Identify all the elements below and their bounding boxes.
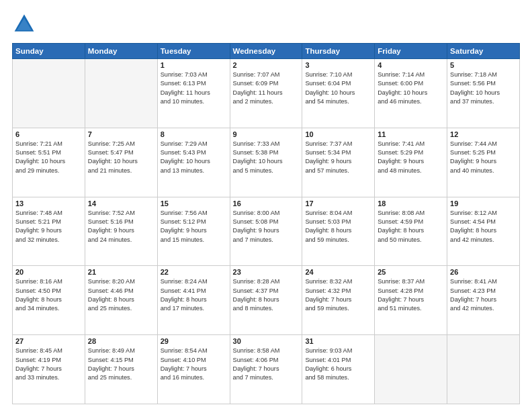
calendar-body: 1Sunrise: 7:03 AM Sunset: 6:13 PM Daylig…: [13, 59, 520, 404]
day-info: Sunrise: 7:21 AM Sunset: 5:51 PM Dayligh…: [15, 140, 82, 175]
day-header-saturday: Saturday: [447, 44, 520, 59]
day-info: Sunrise: 7:10 AM Sunset: 6:04 PM Dayligh…: [305, 71, 371, 106]
week-row-0: 1Sunrise: 7:03 AM Sunset: 6:13 PM Daylig…: [13, 59, 520, 128]
calendar-cell: 4Sunrise: 7:14 AM Sunset: 6:00 PM Daylig…: [375, 59, 447, 128]
week-row-3: 20Sunrise: 8:16 AM Sunset: 4:50 PM Dayli…: [13, 266, 520, 335]
day-info: Sunrise: 8:32 AM Sunset: 4:32 PM Dayligh…: [305, 277, 371, 313]
day-info: Sunrise: 8:00 AM Sunset: 5:08 PM Dayligh…: [233, 209, 300, 244]
day-info: Sunrise: 7:25 AM Sunset: 5:47 PM Dayligh…: [88, 140, 154, 175]
day-header-friday: Friday: [375, 44, 447, 59]
week-row-2: 13Sunrise: 7:48 AM Sunset: 5:21 PM Dayli…: [13, 197, 520, 266]
day-info: Sunrise: 7:07 AM Sunset: 6:09 PM Dayligh…: [233, 71, 300, 106]
day-info: Sunrise: 8:58 AM Sunset: 4:06 PM Dayligh…: [233, 347, 300, 382]
day-info: Sunrise: 7:29 AM Sunset: 5:43 PM Dayligh…: [161, 140, 227, 175]
day-number: 29: [161, 337, 227, 345]
calendar-cell: 26Sunrise: 8:41 AM Sunset: 4:23 PM Dayli…: [447, 266, 520, 335]
calendar-cell: 25Sunrise: 8:37 AM Sunset: 4:28 PM Dayli…: [375, 266, 447, 335]
day-info: Sunrise: 8:28 AM Sunset: 4:37 PM Dayligh…: [233, 277, 300, 313]
day-info: Sunrise: 7:44 AM Sunset: 5:25 PM Dayligh…: [450, 140, 517, 175]
day-header-monday: Monday: [85, 44, 157, 59]
day-number: 4: [378, 61, 444, 69]
calendar-cell: [13, 59, 85, 128]
week-row-4: 27Sunrise: 8:45 AM Sunset: 4:19 PM Dayli…: [13, 335, 520, 404]
day-info: Sunrise: 7:48 AM Sunset: 5:21 PM Dayligh…: [15, 209, 82, 244]
day-number: 5: [450, 61, 517, 69]
calendar-cell: 16Sunrise: 8:00 AM Sunset: 5:08 PM Dayli…: [230, 197, 302, 266]
calendar-cell: 30Sunrise: 8:58 AM Sunset: 4:06 PM Dayli…: [230, 335, 302, 404]
calendar-cell: [85, 59, 157, 128]
day-number: 17: [305, 199, 371, 208]
calendar-cell: 23Sunrise: 8:28 AM Sunset: 4:37 PM Dayli…: [230, 266, 302, 335]
day-number: 9: [233, 130, 300, 138]
day-number: 31: [305, 337, 371, 345]
calendar-cell: 6Sunrise: 7:21 AM Sunset: 5:51 PM Daylig…: [13, 128, 85, 197]
calendar-cell: 9Sunrise: 7:33 AM Sunset: 5:38 PM Daylig…: [230, 128, 302, 197]
calendar-cell: 11Sunrise: 7:41 AM Sunset: 5:29 PM Dayli…: [375, 128, 447, 197]
calendar-cell: 1Sunrise: 7:03 AM Sunset: 6:13 PM Daylig…: [157, 59, 230, 128]
calendar-cell: 24Sunrise: 8:32 AM Sunset: 4:32 PM Dayli…: [302, 266, 375, 335]
day-number: 1: [161, 61, 227, 69]
calendar-cell: 8Sunrise: 7:29 AM Sunset: 5:43 PM Daylig…: [157, 128, 230, 197]
page: SundayMondayTuesdayWednesdayThursdayFrid…: [0, 0, 532, 411]
day-number: 3: [305, 61, 371, 69]
calendar-cell: 14Sunrise: 7:52 AM Sunset: 5:16 PM Dayli…: [85, 197, 157, 266]
calendar-cell: 7Sunrise: 7:25 AM Sunset: 5:47 PM Daylig…: [85, 128, 157, 197]
day-number: 15: [161, 199, 227, 208]
day-number: 7: [88, 130, 154, 138]
calendar-cell: 28Sunrise: 8:49 AM Sunset: 4:15 PM Dayli…: [85, 335, 157, 404]
day-number: 2: [233, 61, 300, 69]
day-info: Sunrise: 8:49 AM Sunset: 4:15 PM Dayligh…: [88, 347, 154, 382]
calendar-cell: 21Sunrise: 8:20 AM Sunset: 4:46 PM Dayli…: [85, 266, 157, 335]
day-header-thursday: Thursday: [302, 44, 375, 59]
calendar-cell: 10Sunrise: 7:37 AM Sunset: 5:34 PM Dayli…: [302, 128, 375, 197]
calendar-cell: [375, 335, 447, 404]
day-number: 24: [305, 268, 371, 276]
day-header-sunday: Sunday: [13, 44, 85, 59]
day-info: Sunrise: 8:16 AM Sunset: 4:50 PM Dayligh…: [15, 277, 82, 313]
day-info: Sunrise: 8:12 AM Sunset: 4:54 PM Dayligh…: [450, 209, 517, 244]
day-info: Sunrise: 8:08 AM Sunset: 4:59 PM Dayligh…: [378, 209, 444, 244]
day-number: 6: [15, 130, 82, 138]
day-number: 13: [15, 199, 82, 208]
day-number: 12: [450, 130, 517, 138]
day-number: 18: [378, 199, 444, 208]
day-info: Sunrise: 8:20 AM Sunset: 4:46 PM Dayligh…: [88, 277, 154, 313]
calendar-cell: 18Sunrise: 8:08 AM Sunset: 4:59 PM Dayli…: [375, 197, 447, 266]
header: [12, 12, 520, 36]
calendar-table: SundayMondayTuesdayWednesdayThursdayFrid…: [12, 43, 520, 404]
day-number: 8: [161, 130, 227, 138]
day-info: Sunrise: 9:03 AM Sunset: 4:01 PM Dayligh…: [305, 347, 371, 382]
day-number: 20: [15, 268, 82, 276]
day-info: Sunrise: 8:41 AM Sunset: 4:23 PM Dayligh…: [450, 277, 517, 313]
day-info: Sunrise: 8:54 AM Sunset: 4:10 PM Dayligh…: [161, 347, 227, 382]
logo: [12, 12, 40, 36]
day-number: 19: [450, 199, 517, 208]
calendar-cell: 3Sunrise: 7:10 AM Sunset: 6:04 PM Daylig…: [302, 59, 375, 128]
calendar-cell: 15Sunrise: 7:56 AM Sunset: 5:12 PM Dayli…: [157, 197, 230, 266]
day-info: Sunrise: 7:03 AM Sunset: 6:13 PM Dayligh…: [161, 71, 227, 106]
calendar-cell: 29Sunrise: 8:54 AM Sunset: 4:10 PM Dayli…: [157, 335, 230, 404]
day-number: 30: [233, 337, 300, 345]
day-info: Sunrise: 7:18 AM Sunset: 5:56 PM Dayligh…: [450, 71, 517, 106]
day-info: Sunrise: 7:52 AM Sunset: 5:16 PM Dayligh…: [88, 209, 154, 244]
day-number: 16: [233, 199, 300, 208]
calendar-cell: 13Sunrise: 7:48 AM Sunset: 5:21 PM Dayli…: [13, 197, 85, 266]
calendar-cell: 27Sunrise: 8:45 AM Sunset: 4:19 PM Dayli…: [13, 335, 85, 404]
calendar-cell: 22Sunrise: 8:24 AM Sunset: 4:41 PM Dayli…: [157, 266, 230, 335]
day-number: 26: [450, 268, 517, 276]
day-info: Sunrise: 8:04 AM Sunset: 5:03 PM Dayligh…: [305, 209, 371, 244]
day-number: 22: [161, 268, 227, 276]
day-info: Sunrise: 8:37 AM Sunset: 4:28 PM Dayligh…: [378, 277, 444, 313]
day-number: 25: [378, 268, 444, 276]
calendar-cell: 17Sunrise: 8:04 AM Sunset: 5:03 PM Dayli…: [302, 197, 375, 266]
day-header-tuesday: Tuesday: [157, 44, 230, 59]
day-info: Sunrise: 7:41 AM Sunset: 5:29 PM Dayligh…: [378, 140, 444, 175]
week-row-1: 6Sunrise: 7:21 AM Sunset: 5:51 PM Daylig…: [13, 128, 520, 197]
day-info: Sunrise: 8:45 AM Sunset: 4:19 PM Dayligh…: [15, 347, 82, 382]
logo-icon: [12, 12, 36, 36]
day-number: 27: [15, 337, 82, 345]
calendar-cell: [447, 335, 520, 404]
day-number: 23: [233, 268, 300, 276]
day-info: Sunrise: 7:14 AM Sunset: 6:00 PM Dayligh…: [378, 71, 444, 106]
day-info: Sunrise: 7:37 AM Sunset: 5:34 PM Dayligh…: [305, 140, 371, 175]
